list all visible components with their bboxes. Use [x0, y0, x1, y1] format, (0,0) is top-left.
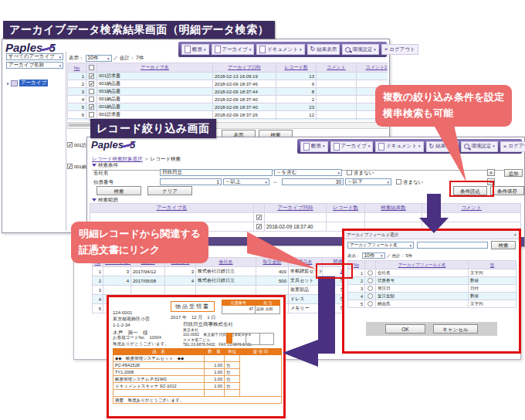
tree-item-archive[interactable]: ▸ アーカイブ: [7, 80, 48, 86]
person-value: 日鉄 太郎: [256, 306, 280, 314]
document-button[interactable]: ドキュメント▾: [256, 44, 304, 55]
archive-name-select[interactable]: アーカイブ名称▾: [6, 62, 63, 69]
row-checkbox[interactable]: [67, 142, 73, 147]
panel-search-button[interactable]: 検索: [491, 241, 516, 249]
reports-button[interactable]: 帳票▾: [181, 44, 209, 55]
table-row: 3001納品書2018-02-09 18:37:448: [68, 88, 388, 96]
table-row: [90, 213, 521, 222]
col-comment1[interactable]: コメント: [317, 63, 357, 73]
slip-from-operator-select[interactable]: ～以上▾: [223, 178, 269, 185]
row-checkbox[interactable]: [256, 224, 262, 229]
row-checkbox[interactable]: [89, 73, 94, 79]
refresh-icon: ↻: [310, 46, 316, 52]
remove-condition-button[interactable]: ×: [487, 169, 495, 176]
archive-scope-select[interactable]: すべてのアーカイブ▾: [6, 53, 63, 60]
field-radio[interactable]: [368, 293, 373, 299]
logout-button[interactable]: ×ログアウト: [381, 44, 418, 55]
table-header-row: アーカイブ名 アーカイブ日時 レコード数 検索結果数 コメント: [90, 204, 521, 213]
expander-icon[interactable]: ▸: [7, 80, 9, 86]
breadcrumb-link[interactable]: レコード検索対象選択: [92, 156, 142, 161]
table-row: 3装置部品なし: [93, 286, 368, 295]
field-radio[interactable]: [368, 286, 373, 291]
company-input[interactable]: 日鉄日立: [160, 169, 273, 176]
receipt-title: 物品受領書: [171, 301, 215, 312]
chevron-down-icon: ▾: [387, 180, 389, 185]
page-size-select[interactable]: 10件▾: [362, 252, 385, 259]
field-radio[interactable]: [368, 301, 373, 307]
settings-button[interactable]: 環境設定▾: [342, 44, 379, 55]
field-name-select[interactable]: アーカイブフィールド名▾: [347, 242, 414, 249]
slip-to-input[interactable]: 30: [282, 178, 344, 185]
col-comment[interactable]: コメント: [422, 204, 521, 213]
archive-button[interactable]: アーカイブ▾: [330, 141, 374, 152]
archive-button[interactable]: アーカイブ▾: [212, 44, 255, 55]
col-amount[interactable]: 取引金額: [256, 258, 289, 267]
slip-number-value: 47: [222, 306, 256, 314]
chevron-down-icon: ▾: [493, 144, 495, 148]
cancel-button[interactable]: キャンセル: [433, 324, 478, 334]
col-archive-datetime[interactable]: アーカイブ日時: [213, 63, 276, 73]
slip-to-operator-select[interactable]: ～以下▾: [345, 178, 391, 185]
show-results-button[interactable]: ↻結果表示: [307, 44, 340, 55]
field-radio[interactable]: [368, 270, 373, 276]
page-size-select[interactable]: 10件▾: [86, 55, 112, 62]
company-operator-select[interactable]: ～を含む▾: [274, 169, 342, 176]
total-count: ／ 合計： 5件: [387, 253, 413, 259]
clear-button[interactable]: クリア: [147, 186, 192, 195]
add-condition-button[interactable]: 追加: [504, 169, 523, 177]
settings-button[interactable]: 環境設定▾: [461, 141, 498, 152]
range-tilde: ～: [273, 179, 278, 186]
search-button[interactable]: 検索: [97, 186, 141, 195]
row-checkbox[interactable]: [67, 164, 73, 169]
panel-titlebar: アーカイブフィールド選択 ×: [344, 231, 519, 239]
w1-table-clip: No アーカイブ名 アーカイブ日時 レコード数 コメント コメント2 コメント3…: [67, 63, 388, 120]
col-field-type[interactable]: 型: [469, 261, 517, 269]
col-archive-datetime[interactable]: アーカイブ日時: [265, 204, 327, 213]
row-checkbox[interactable]: [89, 89, 94, 94]
exclude-checkbox[interactable]: [347, 170, 352, 175]
chevron-down-icon: ▾: [323, 144, 325, 148]
col-archive-name[interactable]: アーカイブ名: [90, 204, 254, 213]
exclude-checkbox[interactable]: [396, 179, 401, 185]
row-checkbox[interactable]: [89, 104, 94, 110]
col-no: No: [68, 63, 86, 73]
col-archive-name[interactable]: アーカイブ名: [97, 63, 213, 73]
callout-multi-conditions: 複数の絞り込み条件を設定横串検索も可能: [375, 85, 512, 127]
table-row: 3発注日日付: [348, 285, 517, 293]
col-comment2[interactable]: コメント2: [357, 63, 388, 73]
col-record-count[interactable]: レコード数: [276, 63, 317, 73]
row-checkbox[interactable]: [89, 112, 94, 117]
seal-column: [240, 355, 282, 397]
filter-icon: [92, 164, 97, 167]
select-all-checkbox[interactable]: [89, 65, 94, 70]
screenshot-canvas: Paples5 帳票▾ アーカイブ▾ ドキュメント▾ ↻結果表示 環境設定▾ ×…: [0, 0, 525, 420]
chevron-down-icon: ▾: [374, 48, 376, 52]
close-icon[interactable]: ×: [514, 231, 517, 239]
col-record-count[interactable]: レコード数: [327, 204, 365, 213]
brand-name: Paples: [91, 139, 124, 151]
paples-logo: Paples5: [91, 138, 135, 151]
logout-button[interactable]: ×ログアウト: [500, 141, 525, 152]
show-results-button[interactable]: ↻結果表示: [426, 141, 459, 152]
row-checkbox[interactable]: [256, 215, 262, 220]
table-row: 5001納品書2018-02-09 18:37:4023: [68, 103, 388, 111]
col-result-count[interactable]: 検索結果数: [365, 204, 422, 213]
save-conditions-button[interactable]: 条件保存: [490, 186, 524, 195]
slip-from-input[interactable]: 1: [160, 178, 222, 185]
row-checkbox[interactable]: [89, 81, 94, 86]
magnifier-icon: [345, 47, 351, 52]
reports-button[interactable]: 帳票▾: [300, 141, 328, 152]
ok-button[interactable]: OK: [385, 324, 425, 334]
table-row: 4受注金額数値: [348, 293, 517, 300]
col-field-name[interactable]: アーカイブフィールド名: [376, 261, 469, 269]
chevron-down-icon: ▾: [59, 63, 61, 68]
highlight-related-link: [316, 263, 353, 279]
toolbar-w1: 帳票▾ アーカイブ▾ ドキュメント▾ ↻結果表示 環境設定▾ ×ログアウト: [178, 42, 387, 57]
document-button[interactable]: ドキュメント▾: [375, 141, 423, 152]
row-checkbox[interactable]: [89, 97, 94, 102]
condition-row-company: 会社名 日鉄日立 ～を含む▾ 含まない × 追加: [87, 169, 524, 178]
document-icon: [334, 143, 340, 151]
field-radio[interactable]: [368, 278, 373, 283]
field-search-input[interactable]: [417, 242, 488, 249]
w1-display-bar: 表示： 10件▾ ／ 合計： 7件: [69, 55, 144, 62]
